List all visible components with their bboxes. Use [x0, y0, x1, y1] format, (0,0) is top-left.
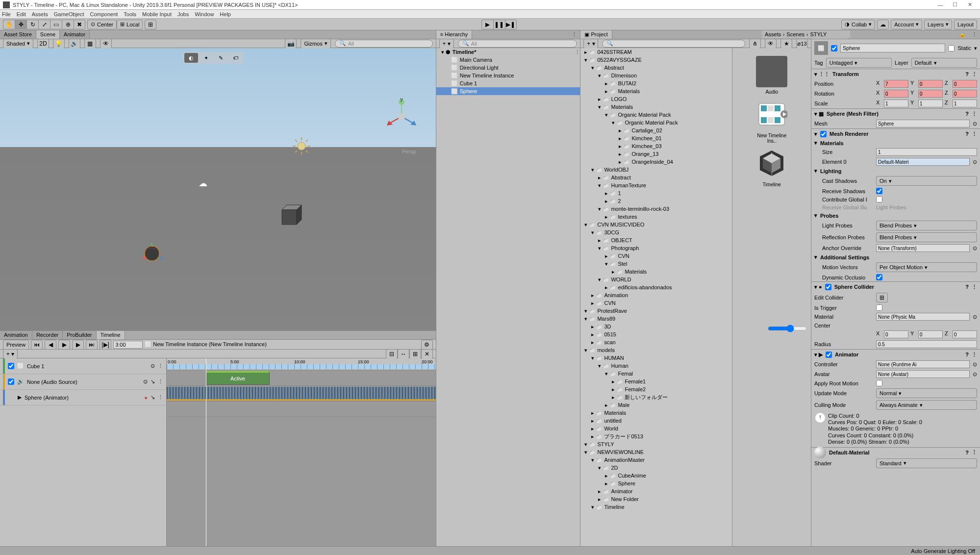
camera-icon[interactable]: 📷 — [285, 39, 297, 49]
tl-edit-mode-1[interactable]: ⊟ — [386, 349, 398, 359]
project-folder-item[interactable]: ▾ WORLD — [580, 276, 732, 283]
project-create[interactable]: + ▾ — [583, 39, 598, 49]
audio-waveform[interactable] — [167, 387, 436, 401]
hierarchy-search[interactable]: 🔍 All — [458, 40, 578, 48]
project-folder-item[interactable]: ▸ Female1 — [580, 378, 732, 385]
thumb-size-slider[interactable] — [768, 325, 807, 332]
tl-edit-mode-2[interactable]: ↔ — [398, 349, 409, 359]
cast-shadows-dropdown[interactable]: On ▾ — [876, 176, 977, 186]
close-button[interactable]: ✕ — [962, 1, 977, 8]
project-folder-item[interactable]: ▾ STYLY — [580, 440, 732, 448]
hierarchy-item[interactable]: ⬜ New Timeline Instance — [436, 72, 580, 79]
pos-y[interactable] — [918, 80, 943, 88]
tl-play[interactable]: ▶ — [58, 340, 70, 350]
track-target-icon[interactable]: ⊙ — [151, 363, 155, 369]
rot-y[interactable] — [918, 90, 943, 98]
scale-x[interactable] — [884, 100, 908, 107]
timeline-ruler[interactable]: 0:00 5:00 10:00 15:00 20:00 — [167, 358, 436, 370]
tab-probuilder[interactable]: ProBuilder — [63, 331, 96, 339]
project-folder-item[interactable]: ▸ 2 — [580, 197, 732, 205]
scene-search[interactable]: 🔍 All — [335, 40, 433, 48]
is-trigger-toggle[interactable] — [876, 304, 882, 311]
pivot-center[interactable]: ⊙ Center — [87, 20, 117, 29]
tl-row-cube[interactable]: Active — [167, 370, 436, 386]
project-folder-item[interactable]: ▾ 2D — [580, 464, 732, 472]
tool-icon-2[interactable]: ✎ — [214, 53, 227, 63]
project-folder-item[interactable]: ▸ 新しいフォルダー — [580, 393, 732, 401]
project-folder-item[interactable]: ▸ Animator — [580, 487, 732, 495]
snap-toggle[interactable]: ⊞ — [145, 20, 156, 29]
project-folder-item[interactable]: ▾ Materials — [580, 103, 732, 111]
menu-gameobject[interactable]: GameObject — [54, 11, 84, 17]
radius-field[interactable] — [876, 340, 977, 348]
project-folder-item[interactable]: ▾ WorldOBJ — [580, 166, 732, 174]
light-probes-dropdown[interactable]: Blend Probes ▾ — [876, 221, 977, 230]
track-menu-icon[interactable]: ⋮ — [158, 394, 163, 401]
project-folder-item[interactable]: ▾ ProtestRave — [580, 307, 732, 315]
hierarchy-create[interactable]: + ▾ — [439, 39, 454, 49]
panel-menu-icon[interactable]: ⋮ — [569, 30, 580, 39]
tl-time-field[interactable] — [113, 341, 143, 349]
lock-icon[interactable]: 🔒 — [956, 30, 969, 39]
pos-x[interactable] — [884, 80, 908, 88]
favorite-icon[interactable]: ⋔ — [749, 39, 761, 49]
sphere-object[interactable] — [137, 234, 172, 269]
culling-mode-dropdown[interactable]: Always Animate ▾ — [876, 400, 977, 410]
asset-thumb[interactable]: Timeline — [752, 148, 791, 187]
hidden-icon[interactable]: ⌀13 — [796, 39, 808, 49]
project-folder-item[interactable]: ▸ Abstract — [580, 174, 732, 181]
project-folder-item[interactable]: ▸ Animation — [580, 291, 732, 299]
hierarchy-item-selected[interactable]: ⬜ Sphere — [436, 87, 580, 95]
project-folder-item[interactable]: ▾ HUMAN — [580, 354, 732, 362]
menu-mobileinput[interactable]: Mobile Input — [142, 11, 172, 17]
center-y[interactable] — [918, 330, 943, 338]
project-folder-item[interactable]: ▸ 0426STREAM — [580, 48, 732, 56]
root-motion-toggle[interactable] — [876, 380, 882, 386]
project-folder-item[interactable]: ▸ Orange_13 — [580, 150, 732, 158]
account-dropdown[interactable]: Account ▾ — [891, 20, 922, 29]
project-folder-item[interactable]: ▾ 3DCG — [580, 228, 732, 236]
tl-add-track[interactable]: + ▾ — [3, 349, 18, 359]
project-folder-item[interactable]: ▸ untitled — [580, 417, 732, 425]
project-folder-item[interactable]: ▸ CVN — [580, 252, 732, 260]
project-folder-item[interactable]: ▾ DImenison — [580, 72, 732, 79]
project-folder-item[interactable]: ▸ OBJECT — [580, 236, 732, 244]
project-folder-item[interactable]: ▾ AnimationMaster — [580, 456, 732, 464]
lighting-toggle[interactable]: 💡 — [53, 39, 65, 49]
project-folder-item[interactable]: ▾ Abstract — [580, 64, 732, 72]
tag-dropdown[interactable]: Untagged▾ — [826, 58, 892, 68]
layer-dropdown[interactable]: Default▾ — [911, 58, 977, 68]
audio-toggle[interactable]: 🔊 — [69, 39, 80, 49]
tl-prev[interactable]: ◀ — [45, 340, 56, 350]
2d-toggle[interactable]: 2D — [37, 39, 49, 49]
filter-icon[interactable]: 👁 — [765, 39, 777, 49]
project-folder-item[interactable]: ▸ Materials — [580, 87, 732, 95]
scene-view[interactable]: ◐ ✦ ✎ 🏷 y Persp ☁ — [0, 48, 436, 330]
tl-edit-mode-3[interactable]: ⊞ — [409, 349, 421, 359]
track-menu-icon[interactable]: ⋮ — [158, 363, 163, 369]
gameobject-name-field[interactable] — [840, 44, 945, 52]
center-x[interactable] — [884, 330, 908, 338]
project-folder-item[interactable]: ▾ Photograph — [580, 244, 732, 252]
minimize-button[interactable]: — — [933, 2, 948, 8]
tl-first[interactable]: ⏮ — [31, 340, 43, 350]
tab-project[interactable]: ▣ Project — [580, 30, 612, 39]
pos-z[interactable] — [953, 80, 977, 88]
track-cube-toggle[interactable] — [8, 363, 14, 369]
tab-scene[interactable]: Scene — [36, 30, 60, 39]
materials-size[interactable] — [876, 148, 977, 156]
tl-row-audio[interactable] — [167, 386, 436, 402]
tl-settings[interactable]: ⚙ — [421, 340, 433, 350]
project-folder-item[interactable]: ▸ CubeAnime — [580, 472, 732, 479]
record-icon[interactable]: ● — [144, 395, 148, 401]
custom-tool[interactable]: ✖ — [74, 20, 85, 29]
project-folder-item[interactable]: ▾ CVN MUSICVIDEO — [580, 221, 732, 228]
motion-vectors-dropdown[interactable]: Per Object Motion ▾ — [876, 262, 977, 272]
receive-shadows-toggle[interactable] — [876, 188, 882, 194]
project-folder-item[interactable]: ▸ OrangeInside_04 — [580, 158, 732, 166]
static-toggle[interactable] — [948, 45, 955, 51]
tab-hierarchy[interactable]: ≡ Hierarchy — [436, 30, 473, 39]
preview-button[interactable]: Preview — [3, 340, 29, 350]
maximize-button[interactable]: ☐ — [948, 1, 962, 8]
dynamic-occlusion-toggle[interactable] — [876, 274, 882, 280]
